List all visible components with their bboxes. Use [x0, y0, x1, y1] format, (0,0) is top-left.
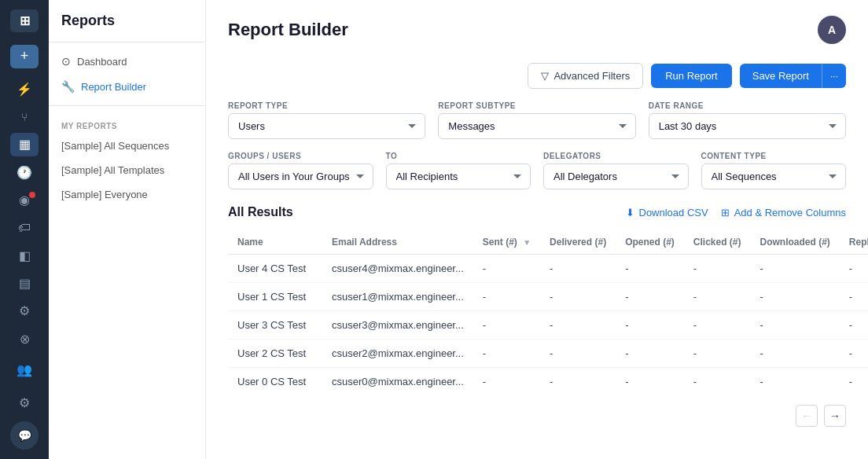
cell-sent: -	[473, 311, 540, 340]
groups-users-group: GROUPS / USERS All Users in Your Groups …	[228, 152, 373, 189]
main-content: Report Builder A ▽ Advanced Filters Run …	[206, 0, 868, 459]
nav-item-report-builder[interactable]: 🔧 Report Builder	[49, 74, 205, 99]
save-report-button[interactable]: Save Report	[740, 64, 822, 88]
nav-item-dashboard[interactable]: ⊙ Dashboard	[49, 49, 205, 74]
cell-downloaded: -	[750, 340, 839, 368]
sidebar-tag-icon[interactable]: 🏷	[10, 216, 39, 239]
nav-item-all-sequences[interactable]: [Sample] All Sequences	[49, 134, 205, 158]
filter-bar: ▽ Advanced Filters Run Report Save Repor…	[228, 63, 846, 89]
advanced-filters-label: Advanced Filters	[554, 70, 630, 82]
cell-replied: -	[840, 368, 868, 396]
header: Report Builder A	[228, 16, 846, 44]
next-page-button[interactable]: →	[824, 405, 846, 427]
sidebar-bottom: 👥 ⚙ 💬	[10, 355, 39, 450]
app-logo: ⊞	[10, 9, 39, 32]
sidebar-template-icon[interactable]: ◧	[10, 244, 39, 267]
cell-name: User 4 CS Test	[228, 255, 322, 283]
sidebar-users-group-icon[interactable]: 👥	[10, 355, 39, 384]
sidebar-link-icon[interactable]: ⊗	[10, 328, 39, 351]
logo-icon: ⊞	[20, 13, 30, 28]
to-select[interactable]: All Recipients Specific Recipient	[386, 163, 531, 189]
sidebar-clock-icon[interactable]: 🕐	[10, 161, 39, 184]
table-row: User 4 CS Testcsuser4@mixmax.engineer...…	[228, 255, 868, 283]
results-actions: ⬇ Download CSV ⊞ Add & Remove Columns	[626, 207, 847, 218]
dashboard-label: Dashboard	[77, 56, 127, 68]
table-row: User 2 CS Testcsuser2@mixmax.engineer...…	[228, 340, 868, 368]
sidebar-chat-button[interactable]: 💬	[10, 421, 39, 450]
cell-name: User 1 CS Test	[228, 283, 322, 311]
cell-replied: -	[840, 340, 868, 368]
sidebar-settings-icon[interactable]: ⚙	[10, 388, 39, 417]
save-report-more-button[interactable]: ···	[822, 64, 846, 88]
all-sequences-label: [Sample] All Sequences	[61, 140, 169, 152]
sidebar-sequences-icon[interactable]: ⑂	[10, 105, 39, 128]
cell-opened: -	[616, 368, 684, 396]
nav-panel-title: Reports	[49, 13, 205, 42]
date-range-group: DATE RANGE Last 7 days Last 30 days Last…	[649, 101, 846, 139]
cell-clicked: -	[684, 311, 751, 340]
page-title: Report Builder	[228, 20, 348, 40]
date-range-select[interactable]: Last 7 days Last 30 days Last 90 days Cu…	[649, 113, 846, 139]
cell-clicked: -	[684, 368, 751, 396]
sidebar-gear-icon[interactable]: ⚙	[10, 299, 39, 322]
cell-email: csuser2@mixmax.engineer...	[322, 340, 473, 368]
report-subtype-group: REPORT SUBTYPE Messages Tasks Calls	[438, 101, 635, 139]
all-templates-label: [Sample] All Templates	[61, 164, 164, 176]
nav-panel: Reports ⊙ Dashboard 🔧 Report Builder MY …	[49, 0, 206, 459]
cell-downloaded: -	[750, 368, 839, 396]
sidebar-notification-icon[interactable]: ◉	[10, 189, 39, 211]
cell-delivered: -	[540, 283, 616, 311]
table-row: User 1 CS Testcsuser1@mixmax.engineer...…	[228, 283, 868, 311]
cell-email: csuser0@mixmax.engineer...	[322, 368, 473, 396]
to-group: TO All Recipients Specific Recipient	[386, 152, 531, 189]
nav-divider	[49, 105, 205, 106]
add-new-button[interactable]: +	[10, 45, 39, 68]
col-header-opened: Opened (#)	[616, 230, 684, 255]
sidebar-icons: ⊞ + ⚡ ⑂ ▦ 🕐 ◉ 🏷 ◧ ▤ ⚙ ⊗ 👥 ⚙ 💬	[0, 0, 49, 459]
everyone-label: [Sample] Everyone	[61, 189, 148, 200]
download-csv-button[interactable]: ⬇ Download CSV	[626, 207, 708, 218]
sidebar-reports-icon[interactable]: ▦	[10, 133, 39, 156]
cell-email: csuser1@mixmax.engineer...	[322, 283, 473, 311]
col-header-downloaded: Downloaded (#)	[750, 230, 839, 255]
col-header-clicked: Clicked (#)	[684, 230, 751, 255]
sort-icon-sent: ▼	[523, 238, 531, 247]
cell-delivered: -	[540, 255, 616, 283]
to-label: TO	[386, 152, 531, 160]
content-type-select[interactable]: All Sequences Specific Sequence	[701, 163, 847, 189]
results-title: All Results	[228, 205, 293, 219]
date-range-label: DATE RANGE	[649, 101, 846, 110]
cell-opened: -	[616, 311, 684, 340]
col-header-sent[interactable]: Sent (#) ▼	[473, 230, 540, 255]
table-header: Name Email Address Sent (#) ▼ Delivered …	[228, 230, 868, 255]
cell-sent: -	[473, 283, 540, 311]
report-type-select[interactable]: Users Sequences Templates	[228, 113, 425, 139]
advanced-filters-button[interactable]: ▽ Advanced Filters	[528, 63, 643, 89]
groups-users-select[interactable]: All Users in Your Groups Specific User S…	[228, 163, 373, 189]
sidebar-lightning-icon[interactable]: ⚡	[10, 78, 39, 101]
cell-sent: -	[473, 340, 540, 368]
prev-page-button[interactable]: ←	[796, 405, 818, 427]
results-header: All Results ⬇ Download CSV ⊞ Add & Remov…	[228, 205, 846, 219]
report-builder-label: Report Builder	[81, 81, 146, 93]
cell-downloaded: -	[750, 311, 839, 340]
content-type-group: CONTENT TYPE All Sequences Specific Sequ…	[701, 152, 847, 189]
cell-replied: -	[840, 283, 868, 311]
groups-users-label: GROUPS / USERS	[228, 152, 373, 160]
user-avatar[interactable]: A	[818, 16, 846, 44]
run-report-button[interactable]: Run Report	[651, 64, 731, 88]
report-type-label: REPORT TYPE	[228, 101, 425, 110]
nav-item-everyone[interactable]: [Sample] Everyone	[49, 182, 205, 207]
cell-delivered: -	[540, 311, 616, 340]
report-subtype-select[interactable]: Messages Tasks Calls	[438, 113, 635, 139]
cell-clicked: -	[684, 340, 751, 368]
cell-delivered: -	[540, 340, 616, 368]
cell-downloaded: -	[750, 283, 839, 311]
add-remove-columns-button[interactable]: ⊞ Add & Remove Columns	[721, 207, 846, 218]
col-header-replied: Replied (#)	[840, 230, 868, 255]
nav-item-all-templates[interactable]: [Sample] All Templates	[49, 158, 205, 182]
sidebar-calendar-icon[interactable]: ▤	[10, 272, 39, 295]
cell-opened: -	[616, 283, 684, 311]
cell-replied: -	[840, 311, 868, 340]
delegators-select[interactable]: All Delegators Specific Delegator	[543, 163, 689, 189]
